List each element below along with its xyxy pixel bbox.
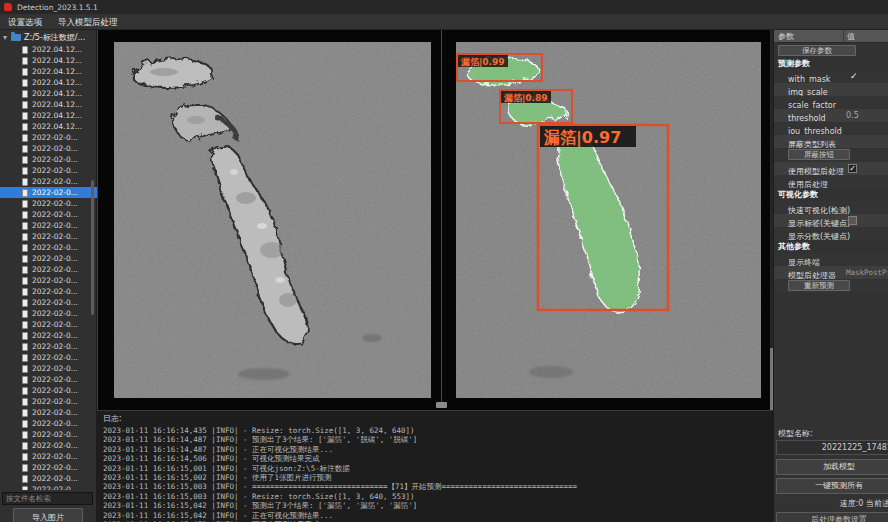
predict-all-button[interactable]: 一键预测所有 (776, 478, 888, 494)
tree-item[interactable]: 2022-02-0... (0, 209, 97, 220)
tree-item[interactable]: 2022-02-0... (0, 220, 97, 231)
tree-root[interactable]: ▾ Z:/5-标注数据/... (0, 30, 97, 44)
tree-item[interactable]: 2022-02-0... (0, 407, 97, 418)
param-row[interactable]: 使用后处理 (774, 175, 888, 188)
tree-item[interactable]: 2022.04.12... (0, 66, 97, 77)
menu-import-postprocess[interactable]: 导入模型后处理 (50, 14, 126, 30)
prediction-image-panel[interactable]: 漏箔|0.99 漏箔|0.89 漏箔|0.97 (456, 42, 761, 398)
tree-item[interactable]: 2022-02-0... (0, 341, 97, 352)
tree-item[interactable]: 2022.04.12... (0, 77, 97, 88)
tree-item[interactable]: 2022.04.12... (0, 99, 97, 110)
panel-splitter[interactable] (441, 30, 442, 404)
tree-item[interactable]: 2022-02-0... (0, 154, 97, 165)
tree-item-label: 2022-02-0... (32, 364, 78, 373)
tree-item[interactable]: 2022-02-0... (0, 374, 97, 385)
file-icon (22, 464, 28, 472)
tree-scrollbar[interactable] (91, 180, 94, 315)
tree-item[interactable]: 2022-02-0... (0, 143, 97, 154)
load-model-button[interactable]: 加载模型 (776, 459, 888, 475)
splitter-handle[interactable] (436, 402, 447, 408)
menu-bar: 设置选项 导入模型后处理 (0, 14, 888, 30)
source-image-panel[interactable] (114, 42, 431, 398)
postprocess-settings-button[interactable]: 后处理参数设置 (776, 512, 888, 522)
param-row[interactable]: 使用模型后处理✓ (774, 162, 888, 175)
param-row[interactable]: scale_factor (774, 96, 888, 109)
tree-item[interactable]: 2022.04.12... (0, 121, 97, 132)
tree-item[interactable]: 2022-02-0... (0, 418, 97, 429)
param-row[interactable]: 显示终端 (774, 253, 888, 266)
tree-item[interactable]: 2022-02-0... (0, 473, 97, 484)
import-image-button[interactable]: 导入图片 (13, 508, 83, 522)
source-image (114, 42, 431, 398)
param-row[interactable]: with_mask✓ (774, 70, 888, 83)
param-checkbox[interactable]: ✓ (848, 164, 857, 173)
tree-item[interactable]: 2022-02-0... (0, 308, 97, 319)
tree-item[interactable]: 2022-02-0... (0, 385, 97, 396)
detection-label-2: 漏箔|0.89 (503, 93, 548, 103)
save-param-row: 保存参数 (774, 43, 888, 57)
file-icon (22, 211, 28, 219)
param-row[interactable]: 模型后处理器MaskPostPro (774, 266, 888, 279)
param-button-row[interactable]: 重新预测 (774, 280, 888, 293)
tree-item[interactable]: 2022-02-0... (0, 198, 97, 209)
tree-item[interactable]: 2022-02-0... (0, 176, 97, 187)
tree-item[interactable]: 2022-02-0... (0, 264, 97, 275)
tree-item[interactable]: 2022-02-0... (0, 319, 97, 330)
tree-item[interactable]: 2022.04.12... (0, 110, 97, 121)
param-row[interactable]: 屏蔽类型列表 (774, 135, 888, 148)
tree-item[interactable]: 2022-02-0 (0, 484, 97, 490)
tree-item[interactable]: 2022-02-0... (0, 132, 97, 143)
save-params-button[interactable]: 保存参数 (778, 45, 856, 56)
file-icon (22, 475, 28, 483)
tree-item[interactable]: 2022-02-0... (0, 330, 97, 341)
file-icon (22, 200, 28, 208)
tree-item-label: 2022-02-0... (32, 243, 78, 252)
tree-item[interactable]: 2022-02-0... (0, 286, 97, 297)
param-rows: 预测参数with_mask✓img_scalescale_factorthres… (774, 57, 888, 293)
tree-item[interactable]: 2022.04.12... (0, 44, 97, 55)
param-row[interactable]: 显示分数(关键点) (774, 227, 888, 240)
menu-settings[interactable]: 设置选项 (0, 14, 50, 30)
tree-item[interactable]: 2022-02-0... (0, 440, 97, 451)
tree-item[interactable]: 2022.04.12... (0, 55, 97, 66)
tree-item[interactable]: 2022-02-0... (0, 451, 97, 462)
log-title: 日志: (103, 413, 767, 424)
speed-status: 速度:0 当前进度 (776, 497, 888, 510)
param-row[interactable]: threshold0.5 (774, 109, 888, 122)
param-value[interactable]: MaskPostPro (846, 266, 888, 279)
param-table-header: 参数 值 (774, 30, 888, 43)
param-row[interactable]: 快速可视化(检测) (774, 201, 888, 214)
param-action-button[interactable]: 屏蔽按钮 (788, 149, 850, 160)
filename-search-input[interactable] (2, 492, 93, 505)
model-name-field[interactable]: 20221225_174813 (776, 440, 888, 455)
tree-item[interactable]: 2022-02-0... (0, 363, 97, 374)
tree-item[interactable]: 2022-02-0... (0, 429, 97, 440)
tree-item-label: 2022-02-0... (32, 199, 78, 208)
param-label: 屏蔽类型列表 (774, 140, 836, 149)
tree-item[interactable]: 2022-02-0... (0, 275, 97, 286)
tree-item[interactable]: 2022-02-0... (0, 165, 97, 176)
param-button-row[interactable]: 屏蔽按钮 (774, 149, 888, 162)
tree-item[interactable]: 2022-02-0... (0, 231, 97, 242)
tree-item[interactable]: 2022-02-0... (0, 396, 97, 407)
tree-item[interactable]: 2022-02-0... (0, 462, 97, 473)
tree-item[interactable]: 2022.04.12... (0, 88, 97, 99)
param-checkbox[interactable] (848, 216, 857, 225)
chevron-down-icon[interactable]: ▾ (3, 33, 11, 42)
tree-item[interactable]: 2022-02-0... (0, 352, 97, 363)
param-action-button[interactable]: 重新预测 (788, 280, 850, 291)
param-label: 使用后处理 (774, 180, 828, 189)
file-icon (22, 46, 28, 54)
tree-item-label: 2022-02-0... (32, 474, 78, 483)
param-value[interactable]: 0.5 (846, 109, 859, 122)
param-row[interactable]: img_scale (774, 83, 888, 96)
param-row[interactable]: iou_threshold (774, 122, 888, 135)
tree-item[interactable]: 2022-02-0... (0, 242, 97, 253)
tree-item[interactable]: 2022-02-0... (0, 297, 97, 308)
param-row[interactable]: 显示标签(关键点) (774, 214, 888, 227)
tree-item[interactable]: 2022-02-0... (0, 253, 97, 264)
tree-item[interactable]: 2022-02-0... (0, 187, 97, 198)
tree-item-label: 2022-02-0... (32, 331, 78, 340)
tree-item-label: 2022-02-0... (32, 342, 78, 351)
tree-item-label: 2022-02-0... (32, 155, 78, 164)
